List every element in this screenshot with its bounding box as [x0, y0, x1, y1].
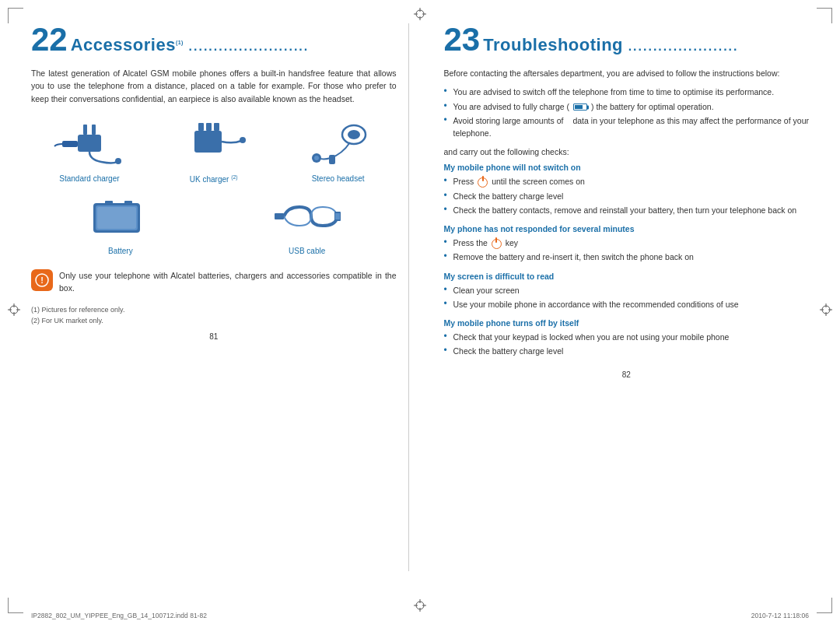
warning-icon: ! — [31, 269, 53, 291]
section-3-bullets: Clean your screen Use your mobile phone … — [444, 284, 810, 311]
right-column: 23 Troubleshooting .....................… — [432, 23, 810, 571]
section-3-heading: My screen is difficult to read — [444, 272, 810, 281]
battery-label: Battery — [108, 247, 133, 255]
svg-rect-22 — [92, 125, 96, 135]
svg-point-31 — [348, 130, 360, 139]
standard-charger-image — [51, 119, 128, 170]
section-1-bullet-1: Press until the screen comes on — [444, 175, 810, 188]
chapter-23-number: 23 — [444, 23, 481, 56]
accessories-grid: Standard charger — [31, 119, 397, 255]
uk-charger-image — [175, 119, 253, 170]
svg-rect-37 — [97, 207, 136, 229]
footnote-2: (2) For UK market only. — [31, 315, 397, 326]
crosshair-right — [820, 303, 832, 318]
svg-rect-26 — [198, 123, 204, 131]
battery-image — [82, 191, 159, 242]
svg-rect-25 — [194, 131, 222, 153]
section-2-bullets: Press the key Remove the battery and re-… — [444, 237, 810, 264]
footnotes: (1) Pictures for reference only. (2) For… — [31, 304, 397, 327]
chapter-22-title: Accessories(1) ........................ — [71, 35, 310, 55]
troubleshooting-intro: Before contacting the aftersales departm… — [444, 67, 810, 79]
svg-rect-27 — [206, 123, 212, 131]
svg-rect-20 — [78, 135, 101, 152]
svg-rect-28 — [214, 123, 219, 131]
section-1-heading: My mobile phone will not switch on — [444, 163, 810, 172]
footer-right-text: 2010-7-12 11:18:06 — [751, 612, 809, 619]
warning-text: Only use your telephone with Alcatel bat… — [59, 269, 397, 295]
section-2-bullet-2: Remove the battery and re-insert it, the… — [444, 251, 810, 263]
corner-mark-tl — [8, 8, 23, 23]
accessory-battery: Battery — [69, 191, 171, 255]
section-1-bullet-3: Check the battery contacts, remove and r… — [444, 204, 810, 216]
section-1-bullets: Press until the screen comes on Check th… — [444, 175, 810, 216]
accessory-usb-cable: USB cable — [256, 191, 358, 255]
svg-point-29 — [240, 137, 246, 143]
section-1-bullet-2: Check the battery charge level — [444, 190, 810, 202]
accessories-body-text: The latest generation of Alcatel GSM mob… — [31, 67, 397, 105]
usb-cable-label: USB cable — [289, 247, 325, 255]
crosshair-bottom — [414, 599, 426, 613]
section-4-bullets: Check that your keypad is locked when yo… — [444, 331, 810, 358]
bullet-avoid-storing: Avoid storing large amounts of data in y… — [444, 114, 810, 140]
left-column: 22 Accessories(1) ......................… — [31, 23, 409, 571]
footer-left-text: IP2882_802_UM_YIPPEE_Eng_GB_14_100712.in… — [31, 612, 207, 619]
chapter-22-heading: 22 Accessories(1) ......................… — [31, 23, 397, 56]
section-3-bullet-2: Use your mobile phone in accordance with… — [444, 298, 810, 310]
svg-rect-24 — [62, 141, 78, 147]
usb-cable-image — [268, 191, 346, 242]
crosshair-left — [8, 303, 20, 318]
warning-box: ! Only use your telephone with Alcatel b… — [31, 269, 397, 295]
section-2-heading: My phone has not responded for several m… — [444, 224, 810, 233]
stereo-headset-label: Stereo headset — [312, 174, 365, 183]
bullet-charge: You are advised to fully charge ( ) the … — [444, 100, 810, 113]
page-number-right: 82 — [444, 370, 810, 379]
svg-rect-41 — [335, 213, 340, 219]
svg-point-33 — [314, 156, 319, 160]
checks-heading: and carry out the following checks: — [444, 147, 810, 156]
corner-mark-bl — [8, 598, 23, 613]
section-2-bullet-1: Press the key — [444, 237, 810, 249]
accessory-uk-charger: UK charger (2) — [163, 119, 264, 184]
stereo-headset-image — [299, 119, 377, 170]
chapter-22-number: 22 — [31, 23, 68, 56]
page-number-left: 81 — [31, 332, 397, 341]
chapter-23-title: Troubleshooting ...................... — [483, 35, 738, 55]
accessory-stereo-headset: Stereo headset — [287, 119, 389, 184]
uk-charger-label: UK charger (2) — [190, 174, 238, 184]
svg-rect-34 — [329, 155, 335, 164]
crosshair-top — [414, 8, 426, 22]
svg-rect-39 — [124, 201, 132, 205]
svg-rect-42 — [275, 213, 284, 219]
svg-point-23 — [115, 158, 121, 164]
section-3-bullet-1: Clean your screen — [444, 284, 810, 296]
footnote-1: (1) Pictures for reference only. — [31, 304, 397, 315]
svg-rect-38 — [105, 201, 113, 205]
standard-charger-label: Standard charger — [59, 174, 119, 183]
svg-rect-21 — [83, 125, 87, 135]
section-4-bullet-2: Check the battery charge level — [444, 345, 810, 357]
intro-bullet-list: You are advised to switch off the teleph… — [444, 86, 810, 139]
bullet-switch-off: You are advised to switch off the teleph… — [444, 86, 810, 98]
content-area: 22 Accessories(1) ......................… — [0, 0, 840, 610]
section-4-heading: My mobile phone turns off by itself — [444, 318, 810, 328]
section-4-bullet-1: Check that your keypad is locked when yo… — [444, 331, 810, 343]
accessory-standard-charger: Standard charger — [38, 119, 140, 184]
corner-mark-br — [817, 598, 832, 613]
corner-mark-tr — [817, 8, 832, 23]
chapter-23-heading: 23 Troubleshooting .....................… — [444, 23, 810, 56]
page-container: 22 Accessories(1) ......................… — [0, 0, 840, 621]
svg-text:!: ! — [40, 275, 44, 285]
